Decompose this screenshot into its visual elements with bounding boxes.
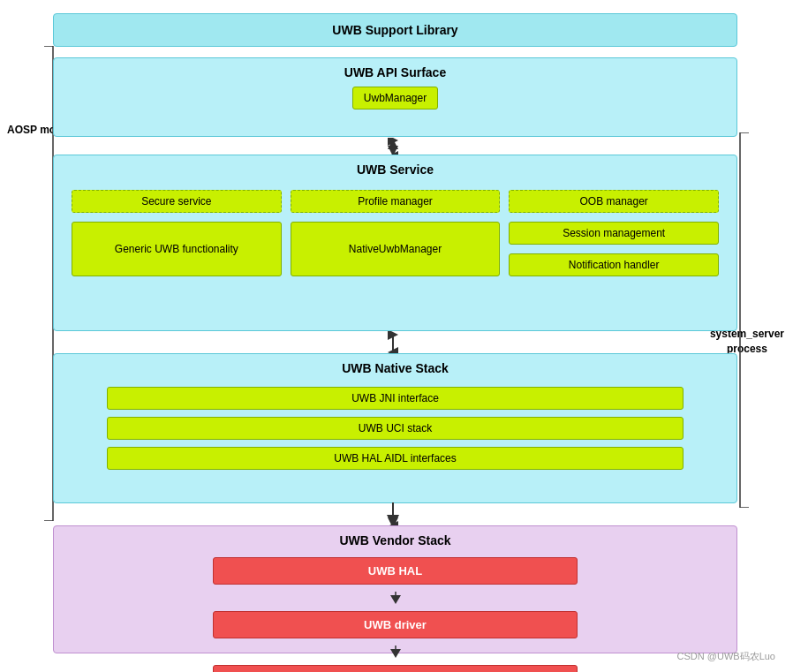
- vendor-title: UWB Vendor Stack: [54, 533, 736, 547]
- diagram-wrapper: AOSP module system_server process UWB Su…: [0, 0, 793, 672]
- api-title: UWB API Surface: [54, 65, 736, 79]
- layer-api: UWB API Surface UwbManager: [53, 57, 737, 137]
- service-title: UWB Service: [54, 162, 736, 177]
- right-col: Session management Notification handler: [509, 222, 719, 276]
- native-uwb-manager-box: NativeUwbManager: [291, 222, 501, 276]
- uwb-hal-box: UWB HAL: [213, 557, 578, 585]
- svg-marker-25: [390, 649, 401, 658]
- secure-service-box: Secure service: [72, 190, 282, 213]
- double-arrow-service-native: [373, 331, 413, 356]
- right-bracket: [738, 132, 752, 508]
- layer-service: UWB Service Secure service Profile manag…: [53, 155, 737, 331]
- profile-manager-box: Profile manager: [291, 190, 501, 213]
- layer-vendor: UWB Vendor Stack UWB HAL UWB driver UWB …: [53, 525, 737, 653]
- hal-aidl-box: UWB HAL AIDL interfaces: [107, 447, 683, 470]
- vendor-components: UWB HAL UWB driver UWB device: [54, 550, 736, 672]
- native-components: UWB JNI interface UWB UCI stack UWB HAL …: [54, 378, 736, 479]
- layer-support: UWB Support Library: [53, 13, 737, 47]
- api-components: UwbManager: [54, 87, 736, 109]
- notification-handler-box: Notification handler: [509, 253, 719, 276]
- vendor-arrow1: [387, 592, 404, 604]
- service-row1: Secure service Profile manager OOB manag…: [54, 181, 736, 285]
- jni-interface-box: UWB JNI interface: [107, 387, 683, 410]
- uwb-manager-box: UwbManager: [352, 87, 438, 109]
- uwb-driver-box: UWB driver: [213, 611, 578, 638]
- vendor-arrow2: [387, 646, 404, 658]
- session-management-box: Session management: [509, 222, 719, 245]
- support-title: UWB Support Library: [332, 23, 457, 37]
- uwb-device-box: UWB device: [213, 665, 578, 672]
- svg-marker-23: [390, 595, 401, 604]
- layer-native: UWB Native Stack UWB JNI interface UWB U…: [53, 353, 737, 503]
- native-title: UWB Native Stack: [54, 361, 736, 375]
- oob-manager-box: OOB manager: [509, 190, 719, 213]
- watermark: CSDN @UWB码农Luo: [677, 650, 775, 663]
- generic-uwb-box: Generic UWB functionality: [72, 222, 282, 276]
- uci-stack-box: UWB UCI stack: [107, 417, 683, 440]
